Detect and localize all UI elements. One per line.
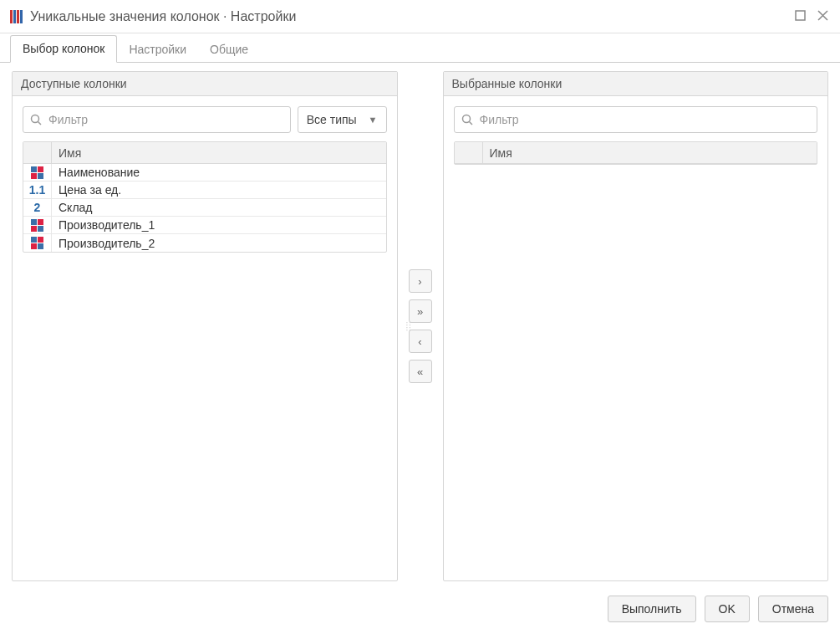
selected-filter-wrap [454,106,818,133]
col-header-name: Имя [52,146,88,160]
svg-line-4 [469,122,472,125]
selected-table: Имя [454,141,818,165]
content-area: Доступные колонки Все типы ▼ Имя [0,63,840,590]
tab-settings[interactable]: Настройки [117,37,198,63]
move-left-button[interactable]: ‹ [409,330,432,353]
table-row[interactable]: Производитель_2 [23,234,386,252]
type-icon [23,164,52,181]
search-icon [461,114,473,128]
selected-table-header: Имя [455,142,817,164]
available-table-header: Имя [23,142,386,164]
col-header-name: Имя [483,146,519,160]
svg-point-3 [462,115,470,123]
table-row[interactable]: Наименование [23,164,386,182]
available-panel: Доступные колонки Все типы ▼ Имя [12,71,398,581]
close-icon[interactable] [817,10,828,23]
available-filter-wrap [23,106,291,133]
type-icon: 1.1 [23,182,52,198]
table-row[interactable]: 2Склад [23,199,386,217]
run-button[interactable]: Выполнить [608,596,696,622]
tabbar: Выбор колонок Настройки Общие [0,33,840,63]
row-name: Производитель_1 [52,218,161,232]
table-row[interactable]: Производитель_1 [23,217,386,234]
ok-button[interactable]: OK [705,596,750,622]
type-filter-label: Все типы [307,113,357,126]
available-table: Имя Наименование1.1Цена за ед.2СкладПрои… [23,141,387,253]
svg-point-1 [32,115,39,123]
tab-general[interactable]: Общие [198,37,260,63]
row-name: Производитель_2 [52,237,161,250]
tab-columns[interactable]: Выбор колонок [10,35,117,63]
move-right-button[interactable]: › [409,269,432,293]
selected-panel: Выбранные колонки Имя [443,71,829,581]
mover-controls: · ·· ·· ·· · › » ‹ « [405,71,436,581]
chevron-down-icon: ▼ [369,115,378,125]
selected-filter-input[interactable] [454,106,818,133]
svg-rect-0 [796,11,805,20]
move-all-left-button[interactable]: « [409,360,432,383]
available-filter-input[interactable] [23,106,291,133]
svg-line-2 [38,122,42,125]
selected-panel-title: Выбранные колонки [444,72,828,96]
row-name: Наименование [52,166,146,179]
cancel-button[interactable]: Отмена [758,596,828,622]
row-name: Склад [52,201,99,214]
available-panel-title: Доступные колонки [13,72,397,96]
type-icon [23,234,52,252]
window-title: Уникальные значения колонок · Настройки [30,9,795,24]
maximize-icon[interactable] [795,10,806,23]
footer: Выполнить OK Отмена [0,587,840,634]
table-row[interactable]: 1.1Цена за ед. [23,182,386,199]
type-filter-dropdown[interactable]: Все типы ▼ [298,106,387,133]
titlebar: Уникальные значения колонок · Настройки [0,0,840,33]
move-all-right-button[interactable]: » [409,299,432,323]
search-icon [30,114,42,128]
app-icon [10,10,23,23]
type-icon [23,217,52,233]
type-icon: 2 [23,199,52,216]
row-name: Цена за ед. [52,183,128,197]
